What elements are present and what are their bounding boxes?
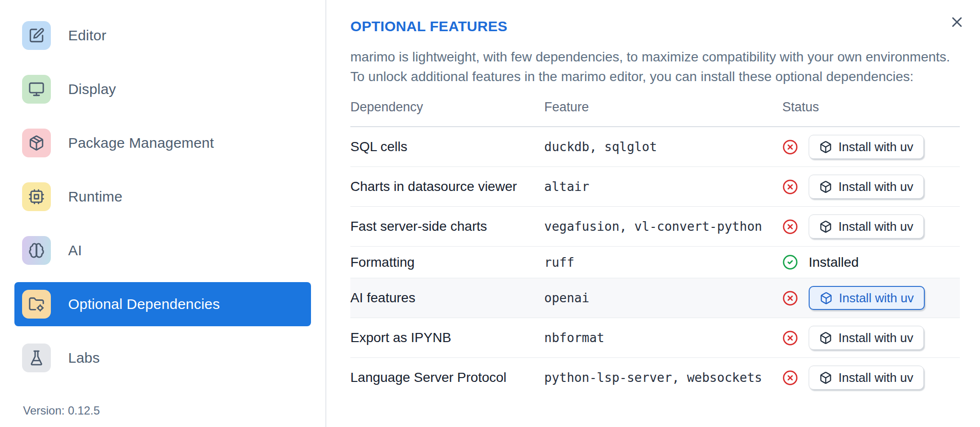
not-installed-icon bbox=[782, 179, 798, 195]
sidebar-item-optional-dependencies[interactable]: Optional Dependencies bbox=[14, 282, 311, 326]
status-cell-content: Install with uv bbox=[782, 135, 960, 159]
description-line: marimo is lightweight, with few dependen… bbox=[350, 47, 960, 67]
column-header-dependency: Dependency bbox=[350, 95, 544, 127]
package-icon bbox=[820, 292, 833, 305]
cpu-icon bbox=[22, 182, 51, 211]
column-header-feature: Feature bbox=[544, 95, 782, 127]
dependency-cell: Charts in datasource viewer bbox=[350, 167, 544, 207]
not-installed-icon bbox=[782, 330, 798, 346]
install-with-uv-button[interactable]: Install with uv bbox=[809, 366, 924, 390]
column-header-status: Status bbox=[782, 95, 960, 127]
table-row: Fast server-side charts vegafusion, vl-c… bbox=[350, 207, 960, 247]
status-cell-content: Install with uv bbox=[782, 175, 960, 199]
status-cell: Install with uv bbox=[782, 127, 960, 167]
sidebar-item-label: Labs bbox=[68, 350, 100, 366]
feature-cell: ruff bbox=[544, 247, 782, 278]
sidebar-item-runtime[interactable]: Runtime bbox=[14, 175, 311, 219]
table-row: Charts in datasource viewer altair Insta… bbox=[350, 167, 960, 207]
feature-cell: vegafusion, vl-convert-python bbox=[544, 207, 782, 247]
dependency-table: Dependency Feature Status SQL cells duck… bbox=[350, 95, 960, 397]
feature-cell: nbformat bbox=[544, 318, 782, 358]
status-cell: Installed bbox=[782, 247, 960, 278]
dependency-cell: AI features bbox=[350, 278, 544, 318]
dependency-cell: Language Server Protocol bbox=[350, 358, 544, 398]
brain-icon bbox=[22, 236, 51, 265]
table-row: Language Server Protocol python-lsp-serv… bbox=[350, 358, 960, 398]
table-header-row: Dependency Feature Status bbox=[350, 95, 960, 127]
panel-title: OPTIONAL FEATURES bbox=[350, 18, 960, 35]
package-icon bbox=[819, 332, 832, 344]
status-cell: Install with uv bbox=[782, 358, 960, 398]
install-button-label: Install with uv bbox=[838, 370, 913, 385]
status-cell: Install with uv bbox=[782, 318, 960, 358]
not-installed-icon bbox=[782, 370, 798, 386]
install-button-label: Install with uv bbox=[839, 291, 914, 306]
feature-cell: duckdb, sqlglot bbox=[544, 127, 782, 167]
sidebar-item-editor[interactable]: Editor bbox=[14, 13, 311, 58]
not-installed-icon bbox=[782, 290, 798, 306]
package-icon bbox=[819, 180, 832, 193]
dependency-cell: Formatting bbox=[350, 247, 544, 278]
sidebar-item-label: Package Management bbox=[68, 135, 214, 151]
package-icon bbox=[819, 141, 832, 154]
not-installed-icon bbox=[782, 139, 798, 155]
status-cell-content: Install with uv bbox=[782, 326, 960, 350]
status-cell-content: Install with uv bbox=[782, 214, 960, 238]
table-row: Export as IPYNB nbformat Install with uv bbox=[350, 318, 960, 358]
sidebar-item-display[interactable]: Display bbox=[14, 67, 311, 111]
status-cell: Install with uv bbox=[782, 207, 960, 247]
not-installed-icon bbox=[782, 219, 798, 235]
status-cell-content: Installed bbox=[782, 254, 960, 270]
package-icon bbox=[22, 129, 51, 157]
install-with-uv-button[interactable]: Install with uv bbox=[809, 326, 924, 350]
sidebar-item-label: AI bbox=[68, 242, 82, 259]
edit-icon bbox=[22, 21, 51, 50]
description-line: To unlock additional features in the mar… bbox=[350, 67, 960, 86]
package-icon bbox=[819, 220, 832, 233]
package-icon bbox=[819, 371, 832, 384]
close-icon bbox=[949, 14, 965, 30]
panel-description: marimo is lightweight, with few dependen… bbox=[350, 47, 960, 86]
settings-sidebar: Editor Display Package Management Runtim… bbox=[0, 0, 326, 427]
status-cell: Install with uv bbox=[782, 278, 960, 318]
monitor-icon bbox=[22, 75, 51, 104]
sidebar-item-label: Runtime bbox=[68, 189, 122, 205]
feature-cell: python-lsp-server, websockets bbox=[544, 358, 782, 398]
install-button-label: Install with uv bbox=[838, 140, 913, 154]
sidebar-item-label: Editor bbox=[68, 27, 107, 44]
install-with-uv-button[interactable]: Install with uv bbox=[809, 175, 924, 199]
sidebar-item-labs[interactable]: Labs bbox=[14, 336, 311, 380]
sidebar-item-label: Optional Dependencies bbox=[68, 296, 220, 312]
close-button[interactable] bbox=[947, 12, 967, 32]
installed-icon bbox=[782, 254, 798, 270]
table-row: Formatting ruff Installed bbox=[350, 247, 960, 278]
dependency-cell: SQL cells bbox=[350, 127, 544, 167]
table-row: AI features openai Install with uv bbox=[350, 278, 960, 318]
version-label: Version: 0.12.5 bbox=[23, 404, 100, 417]
settings-dialog: Editor Display Package Management Runtim… bbox=[0, 0, 980, 427]
optional-features-panel: OPTIONAL FEATURES marimo is lightweight,… bbox=[326, 0, 980, 427]
install-button-label: Install with uv bbox=[838, 179, 913, 194]
install-with-uv-button[interactable]: Install with uv bbox=[809, 214, 924, 238]
feature-cell: altair bbox=[544, 167, 782, 207]
install-with-uv-button[interactable]: Install with uv bbox=[809, 286, 925, 310]
status-cell-content: Install with uv bbox=[782, 366, 960, 390]
install-button-label: Install with uv bbox=[838, 331, 913, 345]
flask-icon bbox=[22, 344, 51, 372]
install-with-uv-button[interactable]: Install with uv bbox=[809, 135, 924, 159]
status-cell: Install with uv bbox=[782, 167, 960, 207]
sidebar-item-ai[interactable]: AI bbox=[14, 228, 311, 273]
status-cell-content: Install with uv bbox=[782, 286, 960, 310]
sidebar-item-package-management[interactable]: Package Management bbox=[14, 121, 311, 165]
install-button-label: Install with uv bbox=[838, 219, 913, 234]
dependency-cell: Export as IPYNB bbox=[350, 318, 544, 358]
dependency-table-body: SQL cells duckdb, sqlglot Install with u… bbox=[350, 127, 960, 397]
dependency-cell: Fast server-side charts bbox=[350, 207, 544, 247]
table-row: SQL cells duckdb, sqlglot Install with u… bbox=[350, 127, 960, 167]
installed-label: Installed bbox=[809, 255, 859, 270]
sidebar-item-label: Display bbox=[68, 81, 116, 97]
folder-cog-icon bbox=[22, 290, 51, 319]
feature-cell: openai bbox=[544, 278, 782, 318]
